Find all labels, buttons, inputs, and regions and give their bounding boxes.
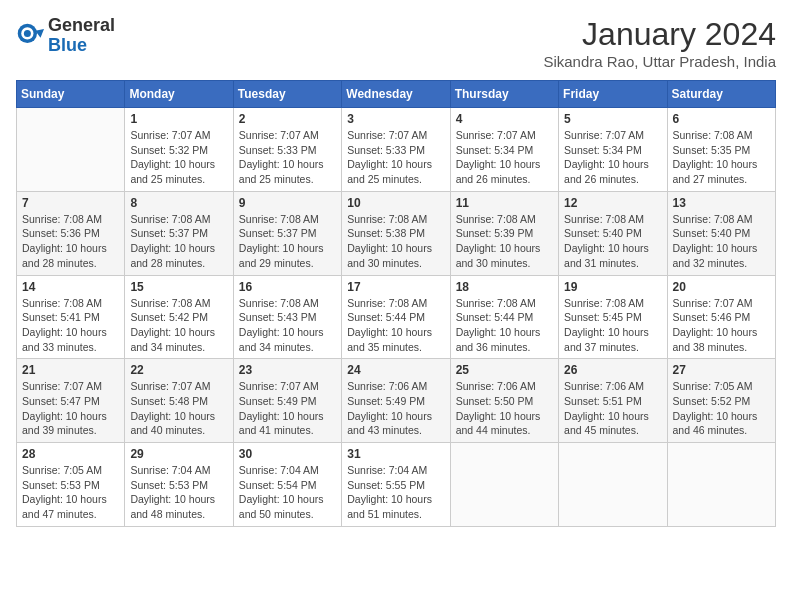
calendar-cell: 30Sunrise: 7:04 AM Sunset: 5:54 PM Dayli…	[233, 443, 341, 527]
day-number: 28	[22, 447, 119, 461]
calendar-cell	[17, 108, 125, 192]
weekday-header-thursday: Thursday	[450, 81, 558, 108]
weekday-header-saturday: Saturday	[667, 81, 775, 108]
calendar-cell: 9Sunrise: 7:08 AM Sunset: 5:37 PM Daylig…	[233, 191, 341, 275]
day-info: Sunrise: 7:05 AM Sunset: 5:53 PM Dayligh…	[22, 463, 119, 522]
calendar-cell: 19Sunrise: 7:08 AM Sunset: 5:45 PM Dayli…	[559, 275, 667, 359]
day-number: 16	[239, 280, 336, 294]
calendar-cell: 28Sunrise: 7:05 AM Sunset: 5:53 PM Dayli…	[17, 443, 125, 527]
day-number: 3	[347, 112, 444, 126]
calendar-cell: 14Sunrise: 7:08 AM Sunset: 5:41 PM Dayli…	[17, 275, 125, 359]
weekday-header-monday: Monday	[125, 81, 233, 108]
calendar-cell: 13Sunrise: 7:08 AM Sunset: 5:40 PM Dayli…	[667, 191, 775, 275]
calendar-cell: 5Sunrise: 7:07 AM Sunset: 5:34 PM Daylig…	[559, 108, 667, 192]
day-number: 1	[130, 112, 227, 126]
week-row-1: 1Sunrise: 7:07 AM Sunset: 5:32 PM Daylig…	[17, 108, 776, 192]
logo-blue: Blue	[48, 35, 87, 55]
day-info: Sunrise: 7:07 AM Sunset: 5:48 PM Dayligh…	[130, 379, 227, 438]
page-header: General Blue January 2024 Sikandra Rao, …	[16, 16, 776, 70]
day-number: 2	[239, 112, 336, 126]
day-info: Sunrise: 7:08 AM Sunset: 5:37 PM Dayligh…	[130, 212, 227, 271]
day-number: 30	[239, 447, 336, 461]
day-info: Sunrise: 7:07 AM Sunset: 5:33 PM Dayligh…	[347, 128, 444, 187]
calendar-cell: 27Sunrise: 7:05 AM Sunset: 5:52 PM Dayli…	[667, 359, 775, 443]
day-info: Sunrise: 7:08 AM Sunset: 5:45 PM Dayligh…	[564, 296, 661, 355]
day-number: 21	[22, 363, 119, 377]
day-info: Sunrise: 7:08 AM Sunset: 5:43 PM Dayligh…	[239, 296, 336, 355]
day-info: Sunrise: 7:06 AM Sunset: 5:51 PM Dayligh…	[564, 379, 661, 438]
calendar-cell: 17Sunrise: 7:08 AM Sunset: 5:44 PM Dayli…	[342, 275, 450, 359]
day-info: Sunrise: 7:04 AM Sunset: 5:53 PM Dayligh…	[130, 463, 227, 522]
week-row-4: 21Sunrise: 7:07 AM Sunset: 5:47 PM Dayli…	[17, 359, 776, 443]
calendar-table: SundayMondayTuesdayWednesdayThursdayFrid…	[16, 80, 776, 527]
week-row-2: 7Sunrise: 7:08 AM Sunset: 5:36 PM Daylig…	[17, 191, 776, 275]
calendar-cell: 22Sunrise: 7:07 AM Sunset: 5:48 PM Dayli…	[125, 359, 233, 443]
day-info: Sunrise: 7:07 AM Sunset: 5:33 PM Dayligh…	[239, 128, 336, 187]
day-number: 31	[347, 447, 444, 461]
calendar-cell: 3Sunrise: 7:07 AM Sunset: 5:33 PM Daylig…	[342, 108, 450, 192]
day-number: 14	[22, 280, 119, 294]
day-number: 5	[564, 112, 661, 126]
logo-general: General	[48, 15, 115, 35]
day-info: Sunrise: 7:08 AM Sunset: 5:35 PM Dayligh…	[673, 128, 770, 187]
calendar-cell: 15Sunrise: 7:08 AM Sunset: 5:42 PM Dayli…	[125, 275, 233, 359]
day-info: Sunrise: 7:08 AM Sunset: 5:36 PM Dayligh…	[22, 212, 119, 271]
day-number: 7	[22, 196, 119, 210]
day-number: 12	[564, 196, 661, 210]
title-block: January 2024 Sikandra Rao, Uttar Pradesh…	[543, 16, 776, 70]
weekday-header-row: SundayMondayTuesdayWednesdayThursdayFrid…	[17, 81, 776, 108]
day-info: Sunrise: 7:08 AM Sunset: 5:39 PM Dayligh…	[456, 212, 553, 271]
calendar-cell	[667, 443, 775, 527]
day-number: 13	[673, 196, 770, 210]
day-number: 20	[673, 280, 770, 294]
day-info: Sunrise: 7:07 AM Sunset: 5:34 PM Dayligh…	[456, 128, 553, 187]
day-info: Sunrise: 7:07 AM Sunset: 5:46 PM Dayligh…	[673, 296, 770, 355]
day-number: 17	[347, 280, 444, 294]
week-row-5: 28Sunrise: 7:05 AM Sunset: 5:53 PM Dayli…	[17, 443, 776, 527]
calendar-cell: 23Sunrise: 7:07 AM Sunset: 5:49 PM Dayli…	[233, 359, 341, 443]
svg-point-2	[24, 30, 31, 37]
day-number: 22	[130, 363, 227, 377]
logo-icon	[16, 22, 44, 50]
day-info: Sunrise: 7:08 AM Sunset: 5:42 PM Dayligh…	[130, 296, 227, 355]
day-number: 25	[456, 363, 553, 377]
calendar-cell: 18Sunrise: 7:08 AM Sunset: 5:44 PM Dayli…	[450, 275, 558, 359]
calendar-cell: 31Sunrise: 7:04 AM Sunset: 5:55 PM Dayli…	[342, 443, 450, 527]
day-info: Sunrise: 7:04 AM Sunset: 5:54 PM Dayligh…	[239, 463, 336, 522]
day-info: Sunrise: 7:05 AM Sunset: 5:52 PM Dayligh…	[673, 379, 770, 438]
day-number: 4	[456, 112, 553, 126]
calendar-cell: 8Sunrise: 7:08 AM Sunset: 5:37 PM Daylig…	[125, 191, 233, 275]
location: Sikandra Rao, Uttar Pradesh, India	[543, 53, 776, 70]
calendar-cell: 4Sunrise: 7:07 AM Sunset: 5:34 PM Daylig…	[450, 108, 558, 192]
day-number: 19	[564, 280, 661, 294]
day-info: Sunrise: 7:08 AM Sunset: 5:41 PM Dayligh…	[22, 296, 119, 355]
weekday-header-sunday: Sunday	[17, 81, 125, 108]
day-info: Sunrise: 7:08 AM Sunset: 5:44 PM Dayligh…	[456, 296, 553, 355]
day-info: Sunrise: 7:08 AM Sunset: 5:40 PM Dayligh…	[564, 212, 661, 271]
day-number: 9	[239, 196, 336, 210]
weekday-header-tuesday: Tuesday	[233, 81, 341, 108]
weekday-header-friday: Friday	[559, 81, 667, 108]
calendar-cell: 25Sunrise: 7:06 AM Sunset: 5:50 PM Dayli…	[450, 359, 558, 443]
day-number: 8	[130, 196, 227, 210]
calendar-cell: 7Sunrise: 7:08 AM Sunset: 5:36 PM Daylig…	[17, 191, 125, 275]
day-number: 23	[239, 363, 336, 377]
day-info: Sunrise: 7:07 AM Sunset: 5:34 PM Dayligh…	[564, 128, 661, 187]
day-number: 26	[564, 363, 661, 377]
day-number: 6	[673, 112, 770, 126]
day-number: 24	[347, 363, 444, 377]
calendar-cell: 29Sunrise: 7:04 AM Sunset: 5:53 PM Dayli…	[125, 443, 233, 527]
day-number: 15	[130, 280, 227, 294]
calendar-cell: 26Sunrise: 7:06 AM Sunset: 5:51 PM Dayli…	[559, 359, 667, 443]
week-row-3: 14Sunrise: 7:08 AM Sunset: 5:41 PM Dayli…	[17, 275, 776, 359]
day-info: Sunrise: 7:06 AM Sunset: 5:50 PM Dayligh…	[456, 379, 553, 438]
calendar-cell: 2Sunrise: 7:07 AM Sunset: 5:33 PM Daylig…	[233, 108, 341, 192]
calendar-cell	[450, 443, 558, 527]
calendar-cell: 16Sunrise: 7:08 AM Sunset: 5:43 PM Dayli…	[233, 275, 341, 359]
calendar-cell: 20Sunrise: 7:07 AM Sunset: 5:46 PM Dayli…	[667, 275, 775, 359]
day-number: 27	[673, 363, 770, 377]
day-info: Sunrise: 7:08 AM Sunset: 5:40 PM Dayligh…	[673, 212, 770, 271]
day-number: 11	[456, 196, 553, 210]
day-info: Sunrise: 7:04 AM Sunset: 5:55 PM Dayligh…	[347, 463, 444, 522]
calendar-cell: 10Sunrise: 7:08 AM Sunset: 5:38 PM Dayli…	[342, 191, 450, 275]
